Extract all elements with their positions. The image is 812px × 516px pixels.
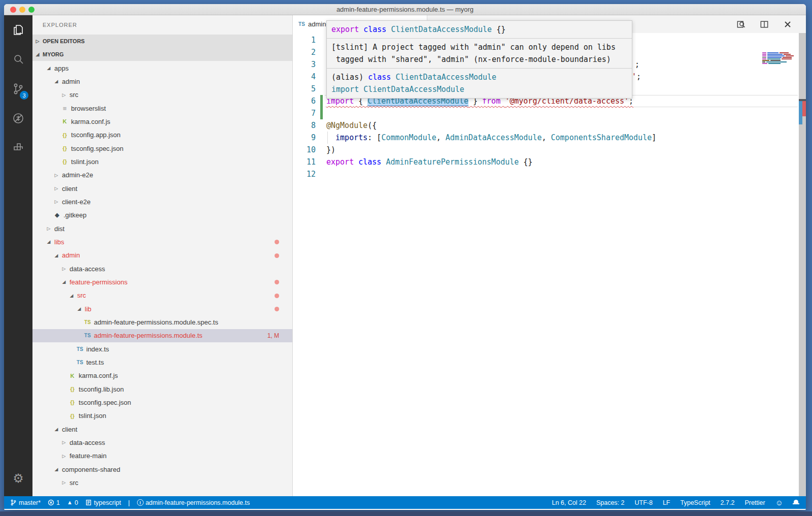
activity-extensions-icon[interactable] (4, 133, 32, 163)
warning-triangle-icon: ▲ (67, 500, 73, 505)
status-lf[interactable]: LF (663, 499, 670, 506)
activity-explorer-icon[interactable] (4, 15, 32, 45)
tree-folder-admin[interactable]: ◢admin (32, 249, 292, 262)
close-window-button[interactable] (10, 7, 16, 13)
bell-notifications-icon (793, 500, 799, 505)
tree-folder-admin[interactable]: ◢admin (32, 75, 292, 88)
twisty-expanded-icon: ◢ (53, 253, 59, 258)
tree-folder-components-shared[interactable]: ◢components-shared (32, 463, 292, 476)
find-in-file-icon[interactable] (736, 19, 746, 29)
status-spaces-2[interactable]: Spaces: 2 (596, 499, 625, 506)
code-token: ClientDataAccessModule (395, 73, 496, 82)
status-utf-8[interactable]: UTF-8 (634, 499, 652, 506)
tree-folder-data-access[interactable]: ▷data-access (32, 436, 292, 449)
tree-folder-client[interactable]: ▷client (32, 182, 292, 195)
ts-blue-file-icon: TS (76, 360, 84, 365)
status-item-label: | (128, 499, 129, 506)
status-smiley[interactable]: ☺ (775, 499, 783, 506)
tree-folder-client[interactable]: ◢client (32, 423, 292, 436)
code-line-11[interactable]: export class AdminFeaturePermissionsModu… (326, 156, 532, 168)
code-line-9[interactable]: imports: [CommonModule, AdminDataAccessM… (326, 132, 656, 144)
maximize-window-button[interactable] (28, 7, 35, 13)
status-prettier[interactable]: Prettier (745, 499, 765, 506)
tree-folder-src[interactable]: ▷src (32, 476, 292, 489)
tree-file-karma-conf-js[interactable]: Kkarma.conf.js (32, 369, 292, 382)
code-token: ; (635, 60, 639, 69)
status-typescript[interactable]: TypeScript (681, 499, 710, 506)
typescript-file-icon: TS (298, 21, 306, 27)
tree-folder-dist[interactable]: ▷dist (32, 222, 292, 235)
status-info-circle[interactable]: !admin-feature-permissions.module.ts (137, 499, 250, 506)
overview-ruler[interactable] (799, 33, 806, 496)
activity-search-icon[interactable] (4, 45, 32, 74)
tree-file-index-ts[interactable]: TSindex.ts (32, 342, 292, 356)
tree-file-browserslist[interactable]: ≡browserslist (32, 102, 292, 115)
file-tree: ◢apps◢admin▷src≡browserslistKkarma.conf.… (32, 61, 292, 490)
tree-file-admin-feature-permissions-module-ts[interactable]: TSadmin-feature-permissions.module.ts1, … (32, 329, 292, 342)
tree-folder-libs[interactable]: ◢libs (32, 235, 292, 248)
code-editor[interactable]: 123456import { ClientDataAccessModule } … (293, 33, 806, 496)
tree-folder-feature-permissions[interactable]: ◢feature-permissions (32, 275, 292, 288)
status-error-circle[interactable]: 1 (48, 499, 60, 506)
twisty-expanded-icon: ◢ (69, 293, 75, 298)
status-git-branch[interactable]: master* (10, 499, 41, 506)
minimap-segment (762, 57, 766, 58)
code-line-8[interactable]: @NgModule({ (326, 119, 377, 132)
tree-folder-apps[interactable]: ◢apps (32, 61, 292, 75)
tree-folder-admin-e2e[interactable]: ▷admin-e2e (32, 169, 292, 182)
status-2-7-2[interactable]: 2.7.2 (721, 499, 735, 506)
section-open-editors[interactable]: ▷OPEN EDITORS (32, 35, 292, 48)
status-bell[interactable] (793, 500, 799, 505)
list-file-icon: ≡ (61, 105, 69, 112)
tree-folder-client-e2e[interactable]: ▷client-e2e (32, 195, 292, 208)
activity-source-control-icon[interactable]: 3 (4, 74, 32, 104)
minimap-segment (784, 54, 791, 55)
tree-file--gitkeep[interactable]: ◆.gitkeep (32, 209, 292, 222)
tree-folder-src[interactable]: ▷src (32, 88, 292, 102)
tree-file-tsconfig-app-json[interactable]: {}tsconfig.app.json (32, 128, 292, 142)
title-bar[interactable]: admin-feature-permissions.module.ts — my… (4, 4, 806, 15)
code-token: ; (636, 72, 641, 81)
tree-folder-lib[interactable]: ◢lib (32, 302, 292, 315)
activity-bar: 3⚙ (4, 15, 32, 496)
minimize-window-button[interactable] (19, 7, 25, 13)
minimap-segment (767, 57, 782, 58)
tree-folder-feature-main[interactable]: ▷feature-main (32, 449, 292, 463)
status-ln-6-col-22[interactable]: Ln 6, Col 22 (552, 499, 586, 506)
section-myorg[interactable]: ◢MYORG (32, 48, 292, 61)
tree-item-label: browserslist (71, 105, 106, 112)
tree-item-label: client (62, 426, 77, 433)
line-number: 4 (293, 71, 316, 83)
scm-badge: 3 (20, 91, 28, 100)
error-circle-icon (48, 499, 54, 506)
line-number: 2 (293, 46, 316, 58)
tree-folder-data-access[interactable]: ▷data-access (32, 262, 292, 275)
status-item-label: 2.7.2 (721, 499, 735, 506)
status-doc-edit[interactable]: typescript (85, 499, 121, 506)
tree-file-tsconfig-lib-json[interactable]: {}tsconfig.lib.json (32, 382, 292, 396)
tree-file-tsconfig-spec-json[interactable]: {}tsconfig.spec.json (32, 142, 292, 155)
tree-file-test-ts[interactable]: TStest.ts (32, 356, 292, 369)
tree-file-karma-conf-js[interactable]: Kkarma.conf.js (32, 115, 292, 128)
tree-item-label: index.ts (86, 345, 109, 353)
status-warning-triangle[interactable]: ▲0 (67, 499, 78, 506)
tree-file-tslint-json[interactable]: {}tslint.json (32, 155, 292, 168)
activity-debug-icon[interactable] (4, 104, 32, 133)
code-token: @NgModule (326, 121, 367, 130)
tree-file-tsconfig-spec-json[interactable]: {}tsconfig.spec.json (32, 396, 292, 409)
tree-file-admin-feature-permissions-module-spec-ts[interactable]: TSadmin-feature-permissions.module.spec.… (32, 315, 292, 329)
code-line-10[interactable]: }) (326, 144, 335, 156)
ts-blue-file-icon: TS (84, 333, 91, 338)
tree-folder-src[interactable]: ◢src (32, 289, 292, 302)
minimap-segment (767, 54, 783, 55)
minimap[interactable] (762, 52, 798, 64)
tooltip-signature: export class ClientDataAccessModule {} (327, 21, 632, 38)
activity-settings-gear-icon[interactable]: ⚙ (4, 464, 32, 493)
code-token: (alias) (331, 73, 368, 82)
close-editor-icon[interactable] (783, 19, 793, 29)
minimap-segment (762, 63, 767, 64)
tree-file-tslint-json[interactable]: {}tslint.json (32, 409, 292, 423)
split-editor-icon[interactable] (759, 19, 769, 29)
tree-item-label: components-shared (62, 466, 120, 473)
tree-item-label: tslint.json (71, 158, 98, 166)
